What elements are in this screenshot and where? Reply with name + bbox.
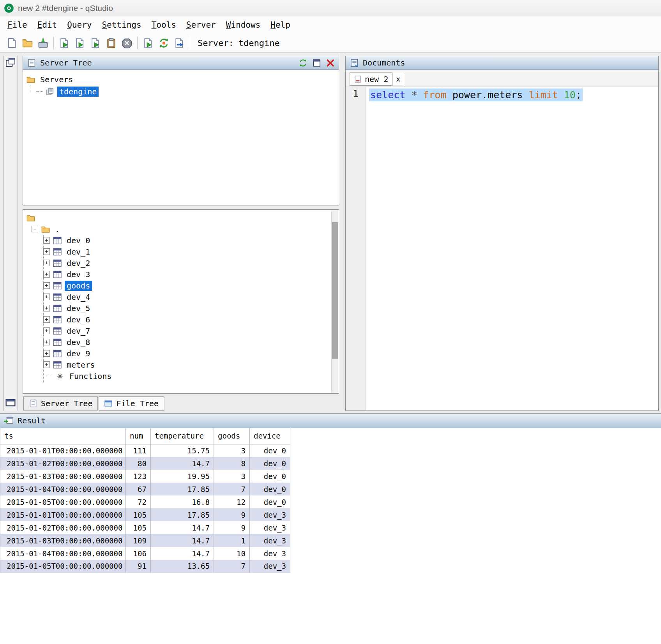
run-file-button[interactable]: [140, 35, 156, 51]
file-tree-item-dev_8[interactable]: dev_8: [26, 336, 329, 348]
run-query-button[interactable]: [57, 35, 72, 51]
tab-server-tree[interactable]: Server Tree: [23, 396, 98, 410]
server-field-value[interactable]: tdengine: [239, 38, 280, 48]
file-tree-item-dev_6[interactable]: dev_6: [26, 314, 329, 325]
run-line-button[interactable]: [72, 35, 88, 51]
table-row[interactable]: 2015-01-04T00:00:00.00000010614.710dev_3: [0, 547, 290, 560]
stop-button[interactable]: [119, 35, 134, 51]
result-cell: dev_3: [250, 508, 290, 521]
table-label[interactable]: goods: [65, 281, 92, 291]
table-row[interactable]: 2015-01-04T00:00:00.0000006717.857dev_0: [0, 483, 290, 495]
expand-icon[interactable]: [43, 248, 50, 255]
server-tree-root[interactable]: Servers: [26, 73, 336, 85]
table-row[interactable]: 2015-01-02T00:00:00.0000008014.78dev_0: [0, 457, 290, 470]
table-label[interactable]: dev_2: [65, 258, 92, 268]
table-label[interactable]: dev_3: [65, 269, 92, 280]
expand-icon[interactable]: [43, 350, 50, 357]
refresh-icon[interactable]: [298, 58, 308, 68]
code-area[interactable]: select * from power.meters limit 10;: [366, 87, 658, 410]
file-tree-item-dev_7[interactable]: dev_7: [26, 325, 329, 336]
server-tree-item-tdengine[interactable]: tdengine: [26, 85, 336, 97]
tab-file-tree[interactable]: File Tree: [99, 396, 164, 410]
result-column-num[interactable]: num: [126, 428, 151, 444]
file-tree-item-dev_9[interactable]: dev_9: [26, 348, 329, 359]
table-row[interactable]: 2015-01-05T00:00:00.0000009113.657dev_3: [0, 560, 290, 573]
folder-icon: [41, 225, 50, 234]
result-cell: 17.85: [151, 483, 214, 495]
expand-icon[interactable]: [43, 327, 50, 334]
folder-label[interactable]: .: [53, 224, 62, 234]
expand-icon[interactable]: [43, 316, 50, 323]
file-tree-dot-folder[interactable]: .: [26, 223, 329, 235]
result-column-goods[interactable]: goods: [214, 428, 250, 444]
collapse-icon[interactable]: [32, 226, 38, 232]
open-file-button[interactable]: [19, 35, 35, 51]
expand-icon[interactable]: [43, 282, 50, 289]
refresh-query-button[interactable]: [156, 35, 171, 51]
expand-icon[interactable]: [43, 294, 50, 300]
run-document-icon: [75, 38, 85, 48]
menu-item-file[interactable]: File: [2, 18, 32, 32]
file-tree-item-functions[interactable]: Functions: [26, 370, 329, 382]
sql-line[interactable]: select * from power.meters limit 10;: [369, 88, 583, 101]
run-selection-button[interactable]: [88, 35, 103, 51]
table-label[interactable]: meters: [65, 360, 97, 370]
file-tree-item-dev_5[interactable]: dev_5: [26, 303, 329, 314]
file-tree-item-dev_3[interactable]: dev_3: [26, 269, 329, 280]
functions-label[interactable]: Functions: [67, 371, 113, 381]
save-icon: [38, 38, 48, 48]
expand-icon[interactable]: [43, 237, 50, 244]
stop-icon: [122, 38, 132, 48]
table-label[interactable]: dev_1: [65, 247, 92, 257]
menu-item-server[interactable]: Server: [181, 18, 221, 32]
table-label[interactable]: dev_4: [65, 292, 92, 302]
clipboard-button[interactable]: [103, 35, 119, 51]
table-label[interactable]: dev_9: [65, 349, 92, 359]
file-tree-item-dev_2[interactable]: dev_2: [26, 257, 329, 269]
table-row[interactable]: 2015-01-01T00:00:00.00000010517.859dev_3: [0, 508, 290, 521]
document-tab[interactable]: new 2: [350, 73, 392, 86]
new-file-button[interactable]: [4, 35, 19, 51]
expand-icon[interactable]: [43, 260, 50, 266]
maximize-icon[interactable]: [311, 58, 322, 68]
menu-item-tools[interactable]: Tools: [147, 18, 181, 32]
table-row[interactable]: 2015-01-03T00:00:00.00000010914.71dev_3: [0, 534, 290, 547]
table-label[interactable]: dev_7: [65, 326, 92, 336]
close-icon[interactable]: [325, 58, 335, 68]
table-row[interactable]: 2015-01-02T00:00:00.00000010514.79dev_3: [0, 521, 290, 534]
expand-icon[interactable]: [43, 271, 50, 278]
export-button[interactable]: [171, 35, 187, 51]
sql-editor[interactable]: 1 select * from power.meters limit 10;: [346, 87, 658, 410]
file-tree-item-dev_4[interactable]: dev_4: [26, 291, 329, 303]
file-tree-scrollbar[interactable]: [331, 211, 338, 393]
result-column-device[interactable]: device: [250, 428, 290, 444]
file-tree-item-dev_0[interactable]: dev_0: [26, 235, 329, 246]
minimized-panel-icon[interactable]: [5, 398, 16, 408]
table-row[interactable]: 2015-01-05T00:00:00.0000007216.812dev_0: [0, 495, 290, 508]
server-label[interactable]: tdengine: [57, 87, 99, 97]
document-tab-close-button[interactable]: x: [392, 73, 404, 85]
result-column-temperature[interactable]: temperature: [151, 428, 214, 444]
table-label[interactable]: dev_5: [65, 303, 92, 313]
table-label[interactable]: dev_0: [65, 235, 92, 246]
file-tree-item-goods[interactable]: goods: [26, 280, 329, 291]
table-label[interactable]: dev_8: [65, 337, 92, 347]
file-tree-root[interactable]: [26, 212, 329, 223]
restore-windows-icon[interactable]: [5, 57, 16, 67]
save-button[interactable]: [35, 35, 51, 51]
menu-item-help[interactable]: Help: [265, 18, 295, 32]
menu-item-windows[interactable]: Windows: [221, 18, 266, 32]
result-column-ts[interactable]: ts: [0, 428, 126, 444]
file-tree-item-meters[interactable]: meters: [26, 359, 329, 370]
file-tree-item-dev_1[interactable]: dev_1: [26, 246, 329, 257]
expand-icon[interactable]: [43, 305, 50, 311]
expand-icon[interactable]: [43, 361, 50, 368]
menu-item-settings[interactable]: Settings: [97, 18, 146, 32]
table-label[interactable]: dev_6: [65, 315, 92, 325]
table-row[interactable]: 2015-01-01T00:00:00.00000011115.753dev_0: [0, 444, 290, 457]
expand-icon[interactable]: [43, 339, 50, 345]
scrollbar-thumb[interactable]: [332, 222, 338, 359]
table-row[interactable]: 2015-01-03T00:00:00.00000012319.953dev_0: [0, 470, 290, 483]
menu-item-query[interactable]: Query: [62, 18, 97, 32]
menu-item-edit[interactable]: Edit: [32, 18, 62, 32]
